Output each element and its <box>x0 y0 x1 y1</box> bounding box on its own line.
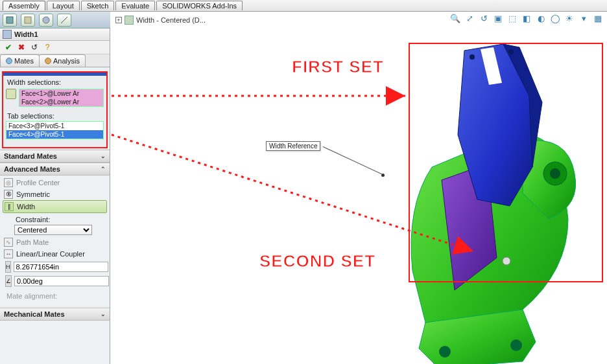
width-sel-item-2[interactable]: Face<2>@Lower Ar <box>19 98 103 106</box>
cancel-button[interactable]: ✖ <box>17 43 26 52</box>
tab-selection-list[interactable]: Face<3>@Pivot5-1 Face<4>@Pivot5-1 <box>6 121 104 139</box>
distance-row: H ▲▼ <box>3 260 107 274</box>
feature-name: Width1 <box>14 30 38 38</box>
constraint-label: Constraint: <box>16 216 104 223</box>
width-selections-label: Width selections: <box>7 78 104 86</box>
width-selection-icon <box>6 89 16 99</box>
advanced-mates-body: ◎Profile Center ⦿Symmetric ‖Width Constr… <box>0 176 110 308</box>
tab-sel-item-1[interactable]: Face<3>@Pivot5-1 <box>6 122 103 130</box>
display-style-icon[interactable]: ◧ <box>521 13 532 23</box>
mate-feature-icon <box>3 30 12 39</box>
fm-config-manager-icon[interactable] <box>39 14 53 27</box>
fm-dim-manager-icon[interactable] <box>57 14 71 27</box>
mate-symmetric[interactable]: ⦿Symmetric <box>3 188 107 200</box>
width-selections-group: Width selections: Face<1>@Lower Ar Face<… <box>2 71 108 148</box>
heads-up-toolbar: 🔍 ⤢ ↺ ▣ ⬚ ◧ ◐ ◯ ☀ ▾ ▦ <box>450 13 603 23</box>
tab-layout[interactable]: Layout <box>47 1 80 10</box>
constraint-row: Constraint: Centered <box>3 213 107 236</box>
advanced-mates-header[interactable]: Advanced Mates⌃ <box>0 163 110 176</box>
feature-title-bar: Width1 <box>0 28 110 41</box>
annotation-outline <box>409 43 603 282</box>
constraint-select[interactable]: Centered <box>14 225 92 235</box>
mate-path[interactable]: ∿Path Mate <box>3 236 107 248</box>
anno-second-set: SECOND SET <box>259 251 375 271</box>
edit-appearance-icon[interactable]: ◯ <box>550 13 560 23</box>
mate-width[interactable]: ‖Width <box>3 200 107 213</box>
tab-sel-item-2[interactable]: Face<4>@Pivot5-1 <box>6 130 103 139</box>
angle-icon: ∠ <box>5 275 12 287</box>
chevron-down-icon: ⌄ <box>101 311 106 317</box>
standard-mates-header[interactable]: Standard Mates⌄ <box>0 150 110 163</box>
svg-point-2 <box>43 17 49 23</box>
flyout-tree[interactable]: + Width - Centered (D... <box>115 16 206 25</box>
distance-icon: H <box>5 261 11 273</box>
tab-addins[interactable]: SOLIDWORKS Add-Ins <box>156 1 243 10</box>
analysis-icon <box>45 58 51 64</box>
distance-input[interactable] <box>14 262 108 272</box>
zoom-area-icon[interactable]: ⤢ <box>464 13 475 23</box>
view-orient-icon[interactable]: ⬚ <box>507 13 518 23</box>
mates-icon <box>6 58 12 64</box>
section-view-icon[interactable]: ▣ <box>493 13 503 23</box>
svg-point-6 <box>510 339 522 351</box>
render-tools-icon[interactable]: ▦ <box>593 13 603 23</box>
property-manager-panel: Width1 ✔ ✖ ↺ ? Mates Analysis Width sele… <box>0 28 110 364</box>
fm-property-manager-icon[interactable] <box>21 14 35 27</box>
zoom-fit-icon[interactable]: 🔍 <box>450 13 460 23</box>
view-settings-icon[interactable]: ▾ <box>578 13 589 23</box>
graphics-viewport[interactable]: + Width - Centered (D... 🔍 ⤢ ↺ ▣ ⬚ ◧ ◐ ◯… <box>110 12 607 364</box>
path-mate-icon: ∿ <box>4 238 13 247</box>
angle-row: ∠ ▲▼ <box>3 274 107 288</box>
apply-scene-icon[interactable]: ☀ <box>564 13 575 23</box>
width-reference-callout: Width Reference <box>266 141 320 151</box>
expand-tree-icon[interactable]: + <box>115 17 122 23</box>
angle-input[interactable] <box>14 276 109 286</box>
width-selection-list[interactable]: Face<1>@Lower Ar Face<2>@Lower Ar <box>19 89 104 107</box>
mate-icon <box>125 16 134 25</box>
tab-mates[interactable]: Mates <box>0 54 40 67</box>
preview-button[interactable]: ↺ <box>30 43 39 52</box>
svg-rect-0 <box>6 17 13 23</box>
command-manager-tabs: Assembly Layout Sketch Evaluate SOLIDWOR… <box>0 0 607 12</box>
tab-sketch[interactable]: Sketch <box>81 1 115 10</box>
hide-show-icon[interactable]: ◐ <box>536 13 546 23</box>
pm-sub-tabs: Mates Analysis <box>0 54 110 67</box>
fm-design-tree-icon[interactable] <box>3 14 17 27</box>
tab-selections-label: Tab selections: <box>7 112 104 120</box>
mate-alignment-label: Mate alignment: <box>4 290 107 305</box>
help-button[interactable]: ? <box>43 43 52 52</box>
mate-profile-center[interactable]: ◎Profile Center <box>3 177 107 188</box>
tab-evaluate[interactable]: Evaluate <box>115 1 155 10</box>
chevron-up-icon: ⌃ <box>101 166 106 172</box>
prev-view-icon[interactable]: ↺ <box>479 13 489 23</box>
tab-analysis[interactable]: Analysis <box>39 54 86 67</box>
mate-linear-coupler[interactable]: ↔Linear/Linear Coupler <box>3 248 107 260</box>
flyout-tree-label: Width - Centered (D... <box>136 16 206 24</box>
width-sel-item-1[interactable]: Face<1>@Lower Ar <box>19 89 103 98</box>
tab-assembly[interactable]: Assembly <box>3 1 45 10</box>
accept-button[interactable]: ✔ <box>4 43 13 52</box>
mechanical-mates-header[interactable]: Mechanical Mates⌄ <box>0 308 110 321</box>
group-header-bar <box>3 73 106 76</box>
svg-rect-1 <box>25 17 31 23</box>
pm-command-row: ✔ ✖ ↺ ? <box>0 41 110 54</box>
width-icon: ‖ <box>5 202 14 211</box>
linear-coupler-icon: ↔ <box>4 249 13 258</box>
chevron-down-icon: ⌄ <box>101 153 106 159</box>
svg-point-5 <box>439 346 451 358</box>
symmetric-icon: ⦿ <box>4 190 13 199</box>
profile-center-icon: ◎ <box>4 178 13 187</box>
anno-first-set: FIRST SET <box>292 57 384 77</box>
